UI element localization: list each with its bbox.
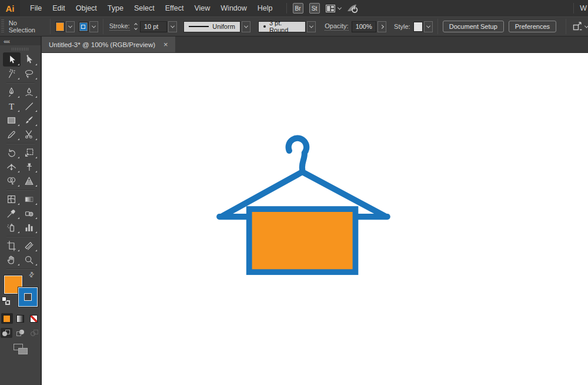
opacity-field[interactable]: 100% (352, 21, 376, 32)
tool-gradient[interactable] (21, 192, 38, 206)
tool-symbol-sprayer[interactable] (3, 220, 21, 234)
tool-mesh[interactable] (3, 192, 21, 206)
rectangle-icon (6, 115, 17, 126)
draw-normal-button[interactable] (1, 328, 12, 338)
stroke-weight-field[interactable]: 10 pt (140, 21, 167, 32)
menu-file[interactable]: File (25, 0, 47, 16)
selection-icon (6, 54, 17, 65)
draw-behind-icon (16, 330, 24, 336)
brush-definition-dropdown[interactable] (307, 21, 316, 32)
tool-curvature[interactable] (21, 85, 38, 99)
stroke-weight-stepper[interactable] (133, 21, 139, 32)
tool-eyedropper[interactable] (3, 206, 21, 220)
tool-free-transform[interactable] (21, 145, 38, 160)
menu-window[interactable]: Window (215, 0, 252, 16)
width-profile-select[interactable]: Uniform (183, 21, 240, 32)
stroke-panel-link[interactable]: Stroke: (109, 22, 130, 31)
swap-fill-stroke-icon[interactable]: ⇄ (27, 270, 36, 280)
tool-line-segment[interactable] (21, 99, 38, 113)
none-button[interactable] (28, 313, 40, 324)
drawing-mode-row (0, 328, 41, 338)
toolbar-grip[interactable] (0, 45, 41, 52)
menu-type[interactable]: Type (102, 0, 129, 16)
stroke-weight-dropdown[interactable] (168, 21, 177, 32)
rotate-icon (6, 147, 17, 158)
hanger-artwork[interactable] (42, 53, 587, 385)
shaper-icon (6, 129, 17, 140)
divider (286, 3, 287, 14)
fill-color-swatch[interactable] (55, 22, 65, 32)
tool-shaper[interactable] (3, 127, 21, 141)
draw-inside-button[interactable] (29, 328, 41, 338)
menu-object[interactable]: Object (71, 0, 102, 16)
menu-help[interactable]: Help (252, 0, 278, 16)
tool-type[interactable]: T (3, 99, 21, 113)
tool-shape-builder[interactable] (3, 174, 21, 188)
pen-icon (6, 87, 17, 98)
graphic-style-swatch[interactable] (413, 22, 423, 32)
menu-edit[interactable]: Edit (47, 0, 71, 16)
stroke-color-dropdown[interactable] (89, 21, 98, 32)
default-fill-stroke-icon[interactable] (2, 297, 10, 305)
width-icon (6, 161, 17, 172)
draw-normal-icon (2, 330, 10, 336)
tool-hand[interactable] (3, 253, 21, 267)
opacity-panel-link[interactable]: Opacity: (325, 22, 348, 31)
divider (437, 19, 438, 34)
toolbar-collapse-button[interactable]: «« (0, 36, 41, 45)
stroke-swatch[interactable] (18, 287, 38, 307)
fill-color-dropdown[interactable] (66, 21, 75, 32)
tool-magic-wand[interactable] (3, 67, 21, 81)
stock-button[interactable]: St (309, 3, 320, 14)
close-tab-icon[interactable]: × (163, 41, 168, 48)
tool-blend[interactable] (21, 206, 38, 220)
tools-panel: «« T ⇄ (0, 36, 42, 385)
tool-paintbrush[interactable] (21, 113, 38, 127)
stroke-color-swatch[interactable] (79, 22, 88, 32)
align-to-artboard-icon (572, 22, 583, 31)
tool-direct-selection[interactable] (21, 52, 38, 67)
tool-lasso[interactable] (21, 67, 38, 81)
tool-scissors[interactable] (21, 127, 38, 141)
tool-rectangle[interactable] (3, 113, 21, 127)
tool-selection[interactable] (3, 52, 21, 67)
menu-select[interactable]: Select (129, 0, 160, 16)
tool-slice[interactable] (21, 238, 38, 253)
opacity-submenu-button[interactable] (377, 21, 386, 32)
change-screen-mode-button[interactable] (14, 344, 28, 354)
chevron-down-icon (68, 24, 72, 28)
preferences-button[interactable]: Preferences (509, 21, 556, 32)
direct-selection-icon (24, 54, 35, 65)
color-button[interactable] (1, 313, 13, 324)
shape-builder-icon (6, 175, 17, 187)
artboard-canvas[interactable] (42, 53, 588, 385)
brush-definition-select[interactable]: 3 pt. Round (258, 21, 306, 32)
tool-artboard[interactable] (3, 238, 21, 253)
menu-items: FileEditObjectTypeSelectEffectViewWindow… (25, 0, 278, 16)
workspace-switcher[interactable] (326, 5, 341, 12)
tool-column-graph[interactable] (21, 220, 38, 234)
tool-group-divider (3, 141, 38, 145)
magic-wand-icon (6, 68, 17, 79)
menu-effect[interactable]: Effect (160, 0, 189, 16)
tool-width[interactable] (3, 160, 21, 174)
width-profile-dropdown[interactable] (242, 21, 250, 32)
panel-grip[interactable] (1, 19, 4, 34)
bridge-button[interactable]: Br (293, 3, 303, 14)
brush-definition-value: 3 pt. Round (269, 19, 300, 34)
graphic-style-dropdown[interactable] (424, 21, 433, 32)
tool-perspective-grid[interactable] (21, 174, 38, 188)
tool-pen[interactable] (3, 85, 21, 99)
document-tab[interactable]: Untitled-3* @ 100% (RGB/Preview) × (42, 36, 175, 52)
tool-zoom[interactable] (21, 253, 38, 267)
draw-behind-button[interactable] (15, 328, 26, 338)
gpu-performance-icon[interactable] (347, 4, 359, 13)
tool-rotate[interactable] (3, 145, 21, 160)
gradient-button[interactable] (15, 313, 26, 324)
brush-dot-icon (263, 25, 266, 28)
tool-puppet-warp[interactable] (21, 160, 38, 174)
document-setup-button[interactable]: Document Setup (443, 21, 504, 32)
align-options[interactable] (572, 22, 588, 31)
menu-view[interactable]: View (189, 0, 215, 16)
control-bar: No Selection Stroke: 10 pt Uniform 3 pt.… (0, 16, 588, 36)
